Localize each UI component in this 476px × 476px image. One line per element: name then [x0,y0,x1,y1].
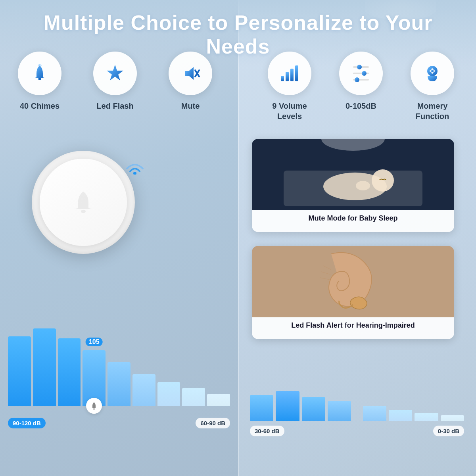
led-label: Led Flash [96,101,133,111]
hearing-impaired-image [252,246,454,317]
feature-memory: Momery Function [399,52,466,121]
svg-point-1 [38,78,41,80]
svg-point-17 [431,70,434,72]
chimes-label: 40 Chimes [20,101,60,111]
feature-led-flash: Led Flash [77,52,153,111]
bar-6 [132,374,155,406]
db-label-30-60: 30-60 dB [250,426,284,436]
wifi-icon [123,155,147,175]
memory-circle [411,52,454,95]
volume-105-badge: 105 [86,338,103,346]
chimes-circle [18,52,61,95]
doorbell-device [32,151,135,254]
db-label-60-90: 60-90 dB [196,418,230,428]
bar-8 [182,388,205,406]
center-divider [238,0,239,476]
bar-3 [58,338,81,406]
doorbell-small-icon [86,398,102,414]
db-label-0-30: 0-30 dB [433,426,464,436]
svg-rect-7 [290,69,294,81]
svg-rect-6 [286,72,289,81]
doorbell-outer [32,151,135,254]
baby-sleep-caption: Mute Mode for Baby Sleep [252,210,454,226]
ear-scene [252,246,454,317]
db-circle [339,52,383,95]
bar-5 [107,362,131,406]
bar-4: 105 [83,350,106,406]
svg-rect-18 [432,68,433,70]
hearing-impaired-caption: Led Flash Alert for Hearing-Impaired [252,317,454,334]
db-labels-right: 30-60 dB 0-30 dB [250,426,464,436]
bar-7 [157,382,180,406]
db-label-90-120: 90-120 dB [8,418,46,428]
mute-icon [180,63,201,84]
bar-r-5 [363,406,386,421]
bars-container-left: 105 [8,326,230,406]
feature-db: 0-105dB [327,52,395,121]
memory-label: Momery Function [416,101,449,121]
volume-bars-icon [279,63,300,84]
svg-rect-19 [432,72,433,74]
equalizer-icon [351,63,371,84]
db-label: 0-105dB [345,101,376,111]
memory-head-icon [422,63,443,84]
mute-circle [169,52,212,95]
baby-sleep-image [252,139,454,210]
svg-rect-20 [430,70,431,72]
led-circle [93,52,137,95]
svg-point-28 [372,169,394,192]
baby-sleep-card: Mute Mode for Baby Sleep [252,139,454,232]
star-icon [105,63,125,84]
svg-point-12 [357,65,362,69]
svg-rect-21 [434,70,435,72]
bars-container-right [250,389,464,421]
page-wrapper: Multiple Choice to Personalize to Your N… [0,0,476,476]
bar-2 [33,328,56,406]
wifi-signal [123,155,147,176]
volume-chart-left: 105 90-120 dB 60-90 dB [8,326,230,428]
svg-point-29 [356,181,370,190]
svg-point-14 [355,77,359,82]
svg-marker-2 [107,65,123,81]
bar-r-4 [328,401,351,421]
bell-icon [29,63,50,84]
svg-rect-8 [295,65,298,81]
features-left-row: 40 Chimes Led Flash [0,52,230,111]
volume-circle [268,52,311,95]
feature-volume: 9 Volume Levels [256,52,323,121]
db-labels-left: 90-120 dB 60-90 dB [8,418,230,428]
hearing-impaired-card: Led Flash Alert for Hearing-Impaired [252,246,454,339]
bar-r-7 [415,413,438,421]
feature-chimes: 40 Chimes [2,52,77,111]
svg-point-23 [133,172,136,175]
bar-r-1 [250,395,273,421]
bar-r-6 [389,410,412,421]
bar-r-8 [441,415,464,421]
bar-r-2 [276,391,299,421]
bar-r-3 [302,397,325,421]
bar-9 [207,394,230,406]
svg-point-24 [93,409,95,410]
svg-point-13 [362,71,367,76]
mute-label: Mute [181,101,200,111]
svg-rect-5 [281,76,284,81]
doorbell-bell-icon [69,188,97,216]
svg-point-22 [81,210,86,213]
volume-label: 9 Volume Levels [272,101,307,121]
bar-1 [8,336,31,406]
features-right-row: 9 Volume Levels [246,52,476,121]
doorbell-inner [40,159,127,246]
baby-scene [252,139,454,210]
volume-chart-right: 30-60 dB 0-30 dB [250,389,464,436]
feature-mute: Mute [153,52,228,111]
